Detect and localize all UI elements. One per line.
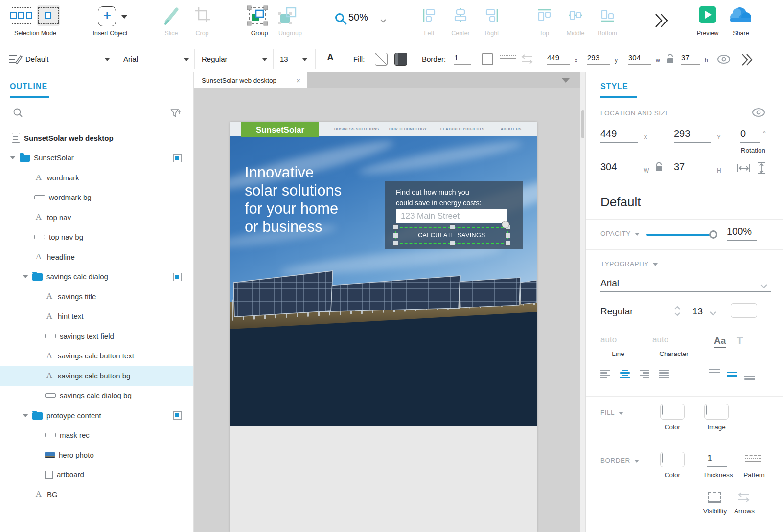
- document-tab[interactable]: SunsetSolar web desktop ×: [194, 72, 307, 88]
- share-cloud-icon[interactable]: [729, 5, 753, 24]
- layer-row-group[interactable]: savings calc dialog: [0, 267, 193, 287]
- align-text-center-icon[interactable]: [620, 370, 633, 379]
- typography-section-label[interactable]: TYPOGRAPHY: [600, 260, 658, 267]
- caret-down-icon[interactable]: [23, 275, 28, 278]
- caret-down-icon[interactable]: [10, 156, 16, 159]
- lock-open-icon[interactable]: [654, 161, 663, 173]
- border-color-swatch[interactable]: [660, 452, 685, 467]
- caret-down-icon[interactable]: [23, 414, 28, 417]
- fill-section-label[interactable]: FILL: [600, 409, 623, 416]
- fill-none-swatch[interactable]: [375, 53, 388, 66]
- selection-handle[interactable]: [393, 241, 398, 246]
- layer-row-rect[interactable]: wordmark bg: [0, 188, 193, 208]
- resize-vertical-icon[interactable]: [756, 161, 767, 175]
- text-shadow-icon[interactable]: T: [737, 334, 743, 347]
- align-text-bottom-icon[interactable]: [744, 373, 757, 380]
- layer-row-rect[interactable]: savings text field: [0, 326, 193, 346]
- font-size-select[interactable]: 13: [280, 55, 288, 63]
- justify-text-icon[interactable]: [659, 370, 672, 379]
- height-input[interactable]: 37: [674, 161, 711, 176]
- font-size-dropdown-icon[interactable]: [302, 58, 307, 61]
- crop-icon[interactable]: [193, 6, 211, 25]
- opacity-slider-knob[interactable]: [709, 230, 717, 239]
- text-color-swatch[interactable]: [731, 303, 757, 318]
- chevron-down-icon[interactable]: [760, 284, 768, 288]
- style-tab[interactable]: STYLE: [600, 82, 628, 91]
- layer-row-document[interactable]: SunsetSolar web desktop: [0, 128, 193, 148]
- font-family-select[interactable]: Arial: [123, 55, 138, 63]
- border-arrows-icon[interactable]: [737, 492, 751, 504]
- line-height-input[interactable]: auto: [600, 335, 636, 347]
- selection-handle[interactable]: [393, 233, 398, 238]
- insert-object-button[interactable]: +: [98, 6, 116, 26]
- border-visibility-icon[interactable]: [708, 492, 721, 503]
- character-spacing-input[interactable]: auto: [652, 335, 695, 347]
- design-artboard[interactable]: BUSINESS SOLUTIONS OUR TECHNOLOGY FEATUR…: [230, 122, 537, 532]
- layer-select-badge[interactable]: [173, 154, 182, 162]
- layer-row-rect[interactable]: mask rec: [0, 425, 193, 445]
- selection-handle[interactable]: [393, 224, 398, 230]
- stepper-icon[interactable]: [674, 305, 681, 318]
- font-color-button[interactable]: A: [324, 52, 337, 63]
- y-input[interactable]: 293: [674, 128, 711, 143]
- zoom-level-input[interactable]: 50%: [348, 12, 368, 23]
- fill-image-swatch[interactable]: [704, 404, 729, 420]
- layer-select-badge[interactable]: [173, 273, 182, 281]
- opacity-slider[interactable]: [646, 234, 715, 236]
- align-bottom-icon[interactable]: [600, 8, 615, 22]
- width-input[interactable]: 304: [600, 161, 638, 176]
- border-thickness-input[interactable]: 1: [454, 53, 471, 65]
- align-left-icon[interactable]: [422, 8, 437, 22]
- layer-row-image[interactable]: hero photo: [0, 445, 193, 465]
- visibility-eye-icon[interactable]: [716, 54, 731, 64]
- tab-list-dropdown-icon[interactable]: [562, 78, 570, 83]
- search-input[interactable]: [25, 107, 164, 119]
- fill-color-swatch[interactable]: [660, 404, 685, 420]
- text-style-dropdown-icon[interactable]: [105, 58, 110, 61]
- layer-row-selected[interactable]: A savings calc button bg: [0, 366, 193, 386]
- address-input[interactable]: [396, 209, 507, 223]
- layer-row-text[interactable]: A top nav: [0, 207, 193, 227]
- align-text-top-icon[interactable]: [709, 369, 722, 377]
- align-right-icon[interactable]: [484, 8, 499, 22]
- border-pattern-icon[interactable]: [745, 455, 761, 464]
- font-weight-select[interactable]: Regular: [202, 55, 228, 63]
- align-text-middle-icon[interactable]: [727, 371, 739, 378]
- align-top-icon[interactable]: [537, 8, 552, 22]
- font-family-select[interactable]: Arial: [600, 278, 771, 292]
- calculate-savings-button-selection[interactable]: CALCULATE SAVINGS: [395, 227, 508, 244]
- layer-row-text[interactable]: A savings calc button text: [0, 346, 193, 366]
- format-expand-icon[interactable]: [741, 53, 754, 66]
- eye-icon[interactable]: [751, 108, 766, 117]
- text-case-icon[interactable]: Aa: [714, 335, 726, 348]
- canvas-area[interactable]: SunsetSolar web desktop × BUSINESS SOLUT…: [194, 72, 580, 532]
- layer-select-badge[interactable]: [173, 411, 182, 420]
- toolbar-expand-icon[interactable]: [654, 13, 668, 28]
- vertical-scrollbar[interactable]: [580, 72, 585, 532]
- rotation-input[interactable]: 0: [740, 128, 760, 143]
- fill-color-swatch[interactable]: [394, 53, 407, 66]
- resize-horizontal-icon[interactable]: [737, 163, 751, 173]
- opacity-value-input[interactable]: 100%: [727, 226, 757, 241]
- layer-row-group[interactable]: protoype content: [0, 405, 193, 425]
- filter-icon[interactable]: [170, 108, 182, 119]
- border-section-label[interactable]: BORDER: [600, 457, 639, 464]
- font-weight-dropdown-icon[interactable]: [262, 58, 267, 61]
- border-thickness-input[interactable]: 1: [707, 453, 727, 467]
- layer-row-group[interactable]: SunsetSolar: [0, 148, 193, 168]
- align-center-icon[interactable]: [453, 8, 468, 22]
- insert-object-dropdown-icon[interactable]: [121, 15, 127, 19]
- border-pattern-icon[interactable]: [500, 55, 516, 61]
- font-weight-select[interactable]: Regular: [600, 306, 685, 320]
- selection-handle[interactable]: [505, 233, 510, 238]
- preview-button[interactable]: [699, 6, 716, 23]
- x-position-input[interactable]: 449: [547, 53, 570, 65]
- layer-row-text[interactable]: A wordmark: [0, 168, 193, 188]
- y-position-input[interactable]: 293: [587, 53, 610, 65]
- opacity-section-label[interactable]: OPACITY: [600, 230, 640, 237]
- multi-select-mode-button[interactable]: [11, 5, 32, 26]
- selection-handle[interactable]: [450, 241, 455, 246]
- slice-icon[interactable]: [162, 6, 181, 25]
- align-text-left-icon[interactable]: [600, 370, 613, 379]
- scrollbar-thumb[interactable]: [581, 110, 584, 138]
